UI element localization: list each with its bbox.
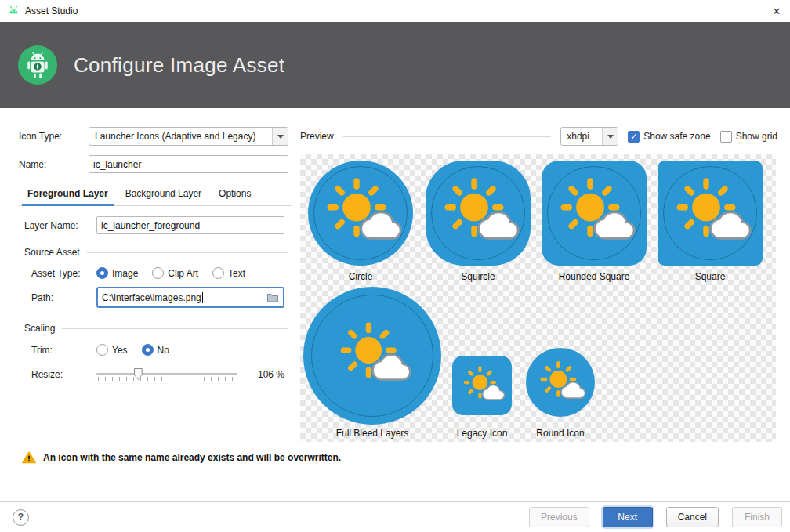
checkbox-checked-icon bbox=[628, 131, 640, 143]
launcher-artwork bbox=[549, 168, 639, 258]
footer-bar: ? Previous Next Cancel Finish bbox=[0, 501, 790, 532]
warning-text: An icon with the same name already exist… bbox=[43, 452, 341, 463]
radio-dot-icon bbox=[142, 344, 154, 356]
density-value: xhdpi bbox=[567, 131, 602, 142]
source-asset-group-label: Source Asset bbox=[24, 247, 80, 258]
radio-dot-icon bbox=[96, 267, 108, 279]
path-input[interactable]: C:\interface\images.png bbox=[96, 287, 284, 308]
tab-label: Foreground Layer bbox=[27, 188, 108, 199]
divider bbox=[62, 328, 288, 329]
dialog-title: Configure Image Asset bbox=[74, 53, 284, 78]
header-banner: Configure Image Asset bbox=[0, 22, 790, 108]
radio-dot-icon bbox=[152, 267, 164, 279]
finish-button[interactable]: Finish bbox=[732, 507, 782, 527]
show-grid-checkbox[interactable]: Show grid bbox=[720, 131, 777, 143]
android-studio-logo bbox=[17, 45, 58, 85]
radio-dot-icon bbox=[96, 344, 108, 356]
resize-value: 106 % bbox=[258, 369, 284, 380]
chevron-down-icon bbox=[602, 128, 618, 145]
density-select[interactable]: xhdpi bbox=[560, 127, 618, 146]
radio-trim-yes[interactable]: Yes bbox=[96, 344, 128, 356]
asset-studio-window: Asset Studio ✕ bbox=[0, 0, 790, 532]
launcher-artwork bbox=[329, 313, 415, 398]
preview-item-label: Square bbox=[658, 271, 763, 282]
radio-label: No bbox=[158, 345, 169, 356]
preview-label: Preview bbox=[300, 131, 334, 142]
help-button[interactable]: ? bbox=[13, 509, 29, 526]
radio-clip-art[interactable]: Clip Art bbox=[152, 267, 198, 279]
tab-background-layer[interactable]: Background Layer bbox=[117, 183, 210, 205]
radio-label: Yes bbox=[112, 345, 128, 356]
launcher-artwork bbox=[533, 355, 588, 410]
preview-header: Preview xhdpi Show safe zone Show grid bbox=[300, 127, 777, 146]
layer-name-input[interactable] bbox=[96, 216, 284, 234]
cancel-button[interactable]: Cancel bbox=[666, 507, 719, 527]
asset-type-label: Asset Type: bbox=[31, 268, 96, 279]
icon-type-label: Icon Type: bbox=[19, 131, 89, 142]
preview-tile-legacy bbox=[452, 356, 512, 415]
preview-tile-squircle bbox=[426, 161, 531, 266]
icon-type-row: Icon Type: Launcher Icons (Adaptive and … bbox=[19, 127, 288, 146]
icon-type-value: Launcher Icons (Adaptive and Legacy) bbox=[95, 131, 272, 142]
path-label: Path: bbox=[31, 292, 96, 303]
android-icon bbox=[8, 5, 20, 17]
path-value: C:\interface\images.png bbox=[102, 292, 201, 303]
preview-tile-round bbox=[526, 348, 595, 417]
warning-icon bbox=[22, 451, 36, 464]
radio-trim-no[interactable]: No bbox=[142, 344, 169, 356]
preview-tile-circle bbox=[308, 161, 413, 266]
next-button[interactable]: Next bbox=[603, 507, 653, 527]
layer-name-row: Layer Name: bbox=[24, 216, 284, 234]
radio-dot-icon bbox=[212, 267, 224, 279]
radio-label: Image bbox=[112, 268, 138, 279]
trim-row: Trim: Yes No bbox=[31, 344, 169, 356]
resize-row: Resize: 106 % bbox=[31, 367, 284, 382]
tab-foreground-layer[interactable]: Foreground Layer bbox=[19, 183, 117, 205]
close-button[interactable]: ✕ bbox=[763, 0, 790, 22]
radio-image[interactable]: Image bbox=[96, 267, 138, 279]
previous-button[interactable]: Previous bbox=[529, 507, 589, 527]
launcher-artwork bbox=[665, 168, 755, 258]
divider bbox=[87, 252, 288, 253]
preview-tile-rounded-square bbox=[542, 161, 647, 266]
name-row: Name: bbox=[19, 155, 288, 173]
trim-radio-group: Yes No bbox=[96, 344, 169, 356]
window-title: Asset Studio bbox=[25, 5, 78, 16]
icon-type-select[interactable]: Launcher Icons (Adaptive and Legacy) bbox=[89, 127, 288, 146]
checkbox-unchecked-icon bbox=[720, 131, 732, 143]
asset-type-radio-group: Image Clip Art Text bbox=[96, 267, 245, 279]
name-label: Name: bbox=[19, 159, 89, 170]
name-input[interactable] bbox=[89, 155, 288, 173]
launcher-artwork bbox=[457, 360, 507, 411]
tab-options[interactable]: Options bbox=[210, 183, 259, 205]
radio-label: Clip Art bbox=[168, 268, 198, 279]
preview-item-label: Rounded Square bbox=[542, 271, 647, 282]
preview-item-label: Round Icon bbox=[513, 428, 607, 439]
resize-slider[interactable] bbox=[96, 367, 237, 382]
text-caret bbox=[202, 292, 203, 303]
title-bar[interactable]: Asset Studio ✕ bbox=[0, 0, 790, 22]
show-safe-zone-checkbox[interactable]: Show safe zone bbox=[628, 131, 710, 143]
folder-browse-button[interactable] bbox=[263, 288, 283, 306]
preview-canvas: Circle Squircle Rounded Square Square bbox=[300, 154, 776, 442]
warning-row: An icon with the same name already exist… bbox=[22, 451, 341, 464]
layer-tabs-row: Foreground Layer Background Layer Option… bbox=[19, 183, 292, 206]
preview-item-label: Circle bbox=[308, 271, 413, 282]
scaling-group-label: Scaling bbox=[24, 323, 55, 334]
source-asset-group: Source Asset bbox=[24, 247, 288, 258]
tab-label: Background Layer bbox=[125, 188, 201, 199]
divider bbox=[343, 136, 552, 137]
preview-tile-full-bleed bbox=[303, 287, 441, 425]
resize-label: Resize: bbox=[31, 369, 96, 380]
chevron-down-icon bbox=[272, 128, 288, 145]
preview-item-label: Full Bleed Layers bbox=[319, 428, 426, 439]
launcher-artwork bbox=[433, 168, 523, 258]
radio-text[interactable]: Text bbox=[212, 267, 245, 279]
preview-tile-square bbox=[658, 161, 763, 266]
path-row: Path: C:\interface\images.png bbox=[31, 287, 284, 308]
dialog-content: Icon Type: Launcher Icons (Adaptive and … bbox=[0, 108, 790, 501]
layer-name-label: Layer Name: bbox=[24, 220, 96, 231]
trim-label: Trim: bbox=[31, 345, 96, 356]
checkbox-label: Show safe zone bbox=[643, 131, 710, 142]
asset-type-row: Asset Type: Image Clip Art Text bbox=[31, 267, 245, 279]
